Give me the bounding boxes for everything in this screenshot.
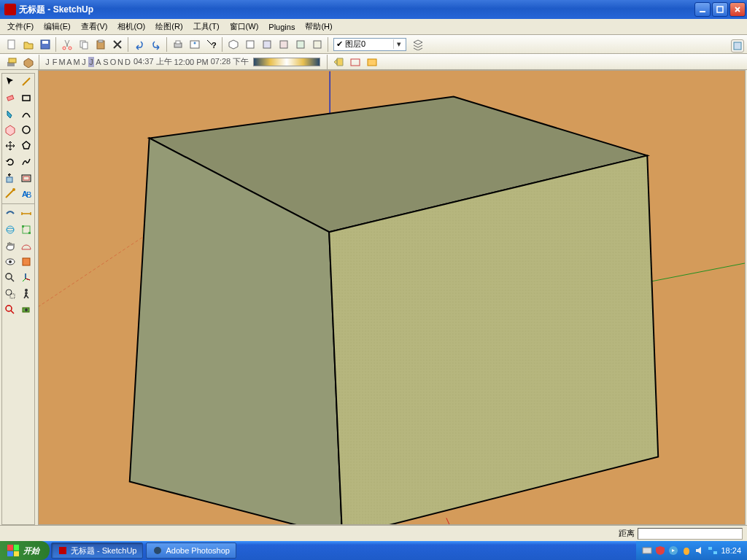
scale-tool[interactable] xyxy=(19,222,34,237)
svg-rect-10 xyxy=(98,40,103,42)
menu-camera[interactable]: 相机(O) xyxy=(113,20,150,34)
svg-rect-19 xyxy=(297,41,304,48)
month-strip[interactable]: JFMAMJJASOND xyxy=(44,57,131,67)
walk-tool[interactable] xyxy=(19,287,34,301)
tape-tool[interactable] xyxy=(3,187,18,201)
axes-tool[interactable] xyxy=(19,271,34,285)
svg-point-32 xyxy=(12,188,15,191)
open-button[interactable] xyxy=(20,36,36,52)
tray-shield-icon[interactable] xyxy=(655,545,665,556)
paint-tool[interactable] xyxy=(3,106,18,121)
zoom-extents-tool[interactable] xyxy=(3,303,18,317)
offset-tool[interactable] xyxy=(19,171,34,185)
tray-volume-icon[interactable] xyxy=(694,545,705,556)
dimension-tool[interactable] xyxy=(19,206,34,221)
tray-network-icon[interactable] xyxy=(708,545,718,556)
tray-apple-icon[interactable] xyxy=(681,545,692,556)
back-view-button[interactable] xyxy=(293,36,308,52)
layer-manager-button[interactable] xyxy=(410,36,425,52)
svg-rect-24 xyxy=(368,59,376,66)
look-tool[interactable] xyxy=(3,254,18,269)
svg-point-36 xyxy=(7,228,14,231)
svg-point-47 xyxy=(6,306,12,311)
circle-tool[interactable] xyxy=(19,122,34,137)
polygon-tool[interactable] xyxy=(19,139,34,153)
menu-file[interactable]: 文件(F) xyxy=(3,20,38,34)
time-end: 07:28 下午 xyxy=(211,56,249,67)
tray-keyboard-icon[interactable] xyxy=(642,545,652,556)
svg-rect-4 xyxy=(42,41,48,44)
chevron-down-icon: ▾ xyxy=(393,39,403,49)
menu-edit[interactable]: 编辑(E) xyxy=(39,20,75,34)
top-view-button[interactable] xyxy=(242,36,258,52)
menu-view[interactable]: 查看(V) xyxy=(77,20,112,34)
scene-add-button[interactable] xyxy=(347,54,363,69)
measurement-input[interactable] xyxy=(638,528,743,540)
viewport[interactable] xyxy=(38,70,746,525)
orbit-tool[interactable] xyxy=(3,222,18,237)
model-info-button[interactable] xyxy=(187,36,202,52)
iso-view-button[interactable] xyxy=(225,36,241,52)
close-button[interactable] xyxy=(729,2,746,17)
zoom-tool[interactable] xyxy=(3,271,18,285)
menu-tools[interactable]: 工具(T) xyxy=(189,20,224,34)
position-camera-tool[interactable] xyxy=(19,303,34,317)
move-tool[interactable] xyxy=(3,139,18,153)
tray-chevron-icon[interactable] xyxy=(668,545,678,556)
menu-draw[interactable]: 绘图(R) xyxy=(151,20,187,34)
context-help-button[interactable]: ? xyxy=(204,36,219,52)
instructor-panel-toggle[interactable] xyxy=(731,39,744,52)
svg-rect-23 xyxy=(351,59,360,66)
windows-logo-icon xyxy=(7,545,19,556)
svg-point-44 xyxy=(6,289,12,295)
window-title: 无标题 - SketchUp xyxy=(19,4,694,16)
print-button[interactable] xyxy=(170,36,185,52)
maximize-button[interactable] xyxy=(712,2,728,17)
redo-button[interactable] xyxy=(148,36,163,52)
text-tool[interactable]: AB xyxy=(19,187,34,201)
taskbar-item-photoshop[interactable]: Adobe Photoshop xyxy=(146,542,236,559)
taskbar-item-sketchup[interactable]: 无标题 - SketchUp xyxy=(51,542,143,559)
start-button[interactable]: 开始 xyxy=(0,541,50,560)
pan-tool[interactable] xyxy=(3,238,18,253)
rotate-tool[interactable] xyxy=(3,155,18,169)
paste-button[interactable] xyxy=(93,36,108,52)
zoom-window-tool[interactable] xyxy=(3,287,18,301)
menu-window[interactable]: 窗口(W) xyxy=(225,20,263,34)
cut-button[interactable] xyxy=(59,36,74,52)
measurement-label: 距离 xyxy=(616,528,638,539)
left-view-button[interactable] xyxy=(309,36,325,52)
svg-point-35 xyxy=(7,226,14,233)
menu-plugins[interactable]: Plugins xyxy=(264,21,299,33)
minimize-button[interactable] xyxy=(694,2,711,17)
copy-button[interactable] xyxy=(76,36,91,52)
right-view-button[interactable] xyxy=(276,36,291,52)
statusbar: 距离 xyxy=(0,525,747,541)
delete-button[interactable] xyxy=(109,36,125,52)
menu-help[interactable]: 帮助(H) xyxy=(301,20,336,34)
model-button[interactable] xyxy=(20,54,36,69)
save-button[interactable] xyxy=(37,36,53,52)
line-tool[interactable] xyxy=(19,74,34,89)
rectangle-tool[interactable] xyxy=(19,90,34,105)
svg-rect-60 xyxy=(59,547,66,554)
new-button[interactable] xyxy=(4,36,19,52)
shadow-toggle-button[interactable] xyxy=(4,54,19,69)
undo-button[interactable] xyxy=(131,36,147,52)
pushpull-tool[interactable] xyxy=(3,171,18,185)
section-tool[interactable] xyxy=(19,254,34,269)
system-tray[interactable]: 18:24 xyxy=(636,541,747,560)
freehand-tool[interactable] xyxy=(19,155,34,169)
arc-tool[interactable] xyxy=(19,106,34,121)
layer-selector[interactable]: ✔ 图层0 ▾ xyxy=(333,38,406,51)
svg-rect-64 xyxy=(708,547,712,550)
time-slider[interactable] xyxy=(253,58,320,66)
followme-tool[interactable] xyxy=(3,206,18,221)
front-view-button[interactable] xyxy=(259,36,274,52)
component-tool[interactable] xyxy=(3,122,18,137)
select-tool[interactable] xyxy=(3,74,18,89)
eraser-tool[interactable] xyxy=(3,90,18,105)
protractor-tool[interactable] xyxy=(19,238,34,253)
scene-prev-button[interactable] xyxy=(330,54,346,69)
scene-next-button[interactable] xyxy=(364,54,379,69)
